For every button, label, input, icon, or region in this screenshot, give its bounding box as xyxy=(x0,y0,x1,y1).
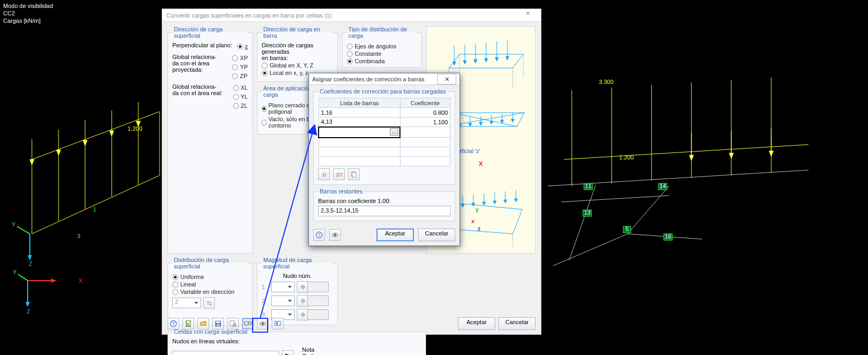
col-coef: Coeficiente xyxy=(400,98,450,108)
svg-rect-57 xyxy=(664,234,672,240)
svg-line-126 xyxy=(235,326,236,327)
pick-node-1-icon[interactable]: ✥ xyxy=(297,281,308,293)
tool-two-icon[interactable]: 23 xyxy=(333,168,345,180)
svg-text:11: 11 xyxy=(585,183,591,189)
radio-variable-dir[interactable]: Variable en dirección xyxy=(172,289,248,295)
xxx-icon[interactable]: X.XX xyxy=(242,318,254,329)
svg-rect-55 xyxy=(658,183,667,190)
pick-node-2-icon[interactable]: ✥ xyxy=(297,295,308,307)
tool-one-icon[interactable]: 1 xyxy=(318,168,330,180)
d2-cancelar-button[interactable]: Cancelar xyxy=(418,229,455,241)
group-tipo-dist: Tipo de distribución de carga Ejes de án… xyxy=(342,26,422,67)
table-row[interactable] xyxy=(319,138,450,147)
group-restantes: Barras restantes Barras con coeficiente … xyxy=(313,188,455,221)
aceptar-button[interactable]: Aceptar xyxy=(458,317,495,330)
label-nudo-num: Nudo núm. xyxy=(262,273,333,279)
help-icon[interactable]: ? xyxy=(168,318,179,329)
label-nota: Nota xyxy=(302,346,316,353)
radio-global-xyz[interactable]: Global en X, Y, Z xyxy=(262,62,333,69)
group-magnitud: Magnitud de carga superficial Nudo núm. … xyxy=(257,257,338,325)
tool-copy-icon[interactable] xyxy=(348,168,360,180)
svg-rect-59 xyxy=(623,226,631,233)
svg-point-142 xyxy=(334,234,336,236)
select-n2[interactable] xyxy=(271,295,295,306)
dialog2-header[interactable]: Asignar coeficientes de corrección a bar… xyxy=(309,73,460,85)
radio-combinada[interactable]: Combinada xyxy=(347,58,417,64)
viewport-line2: CC2 xyxy=(3,10,53,17)
svg-line-33 xyxy=(561,196,669,202)
input-nudos-virtuales[interactable] xyxy=(172,351,279,355)
cell-list-0[interactable]: 1,16 xyxy=(319,108,400,117)
radio-uniforme[interactable]: Uniforme xyxy=(172,274,248,280)
svg-marker-86 xyxy=(469,123,472,126)
svg-text:X: X xyxy=(79,277,83,284)
query-icon[interactable] xyxy=(227,318,239,329)
value-n2[interactable] xyxy=(307,295,329,306)
table-row[interactable]: 1,16 0.800 xyxy=(319,108,450,117)
svg-line-34 xyxy=(569,185,596,260)
svg-marker-99 xyxy=(461,204,464,207)
svg-text:3: 3 xyxy=(341,172,343,178)
legend-tipo-dist: Tipo de distribución de carga xyxy=(347,26,417,39)
svg-text:X.XX: X.XX xyxy=(244,320,252,326)
radio-constante[interactable]: Constante xyxy=(347,50,417,57)
svg-marker-107 xyxy=(504,200,507,203)
eye-icon[interactable] xyxy=(257,318,269,329)
cell-coef-edit[interactable] xyxy=(400,127,450,138)
flip-icon[interactable]: ⇆ xyxy=(203,297,215,309)
svg-marker-28 xyxy=(26,302,30,307)
d2-eye-icon[interactable] xyxy=(329,229,341,241)
value-n1[interactable] xyxy=(307,282,329,292)
select-n1[interactable] xyxy=(271,282,295,292)
svg-text:3.300: 3.300 xyxy=(599,79,614,85)
dialog-header[interactable]: Convertir cargas superficiales en cargas… xyxy=(162,9,541,22)
cell-coef-0[interactable]: 0.800 xyxy=(400,108,450,117)
label-glob-real-1: Global relaciona- xyxy=(172,83,222,90)
calc-icon[interactable]: 0.00 xyxy=(182,318,194,329)
svg-line-25 xyxy=(18,274,28,281)
table-row[interactable]: … xyxy=(319,127,450,138)
select-z[interactable]: Z xyxy=(172,298,201,308)
cell-list-1[interactable]: 4,13 xyxy=(319,117,400,127)
browse-icon[interactable]: … xyxy=(390,128,398,136)
svg-rect-124 xyxy=(230,321,235,326)
d2-aceptar-button[interactable]: Aceptar xyxy=(377,229,414,241)
svg-rect-123 xyxy=(216,324,219,326)
d2-help-icon[interactable]: ? xyxy=(313,229,325,241)
zone-icon[interactable] xyxy=(272,318,283,329)
svg-marker-73 xyxy=(506,56,509,60)
svg-marker-103 xyxy=(482,202,486,205)
svg-marker-46 xyxy=(729,153,733,158)
radio-ejes[interactable]: Ejes de ángulos xyxy=(347,43,417,49)
close-icon[interactable]: ✕ xyxy=(519,10,537,21)
svg-text:0.00: 0.00 xyxy=(185,321,192,327)
radio-yl[interactable]: YL xyxy=(233,94,248,100)
table-row[interactable] xyxy=(319,157,450,166)
table-row[interactable] xyxy=(319,147,450,157)
svg-marker-63 xyxy=(453,62,456,65)
radio-lineal[interactable]: Lineal xyxy=(172,281,248,288)
input-restantes[interactable]: 2,3,5-12,14,15 xyxy=(318,206,450,216)
label-glob-proj-3: proyectada: xyxy=(172,66,216,73)
svg-line-32 xyxy=(628,234,702,239)
save-icon[interactable] xyxy=(212,318,224,329)
label-row1: 1: xyxy=(262,284,269,290)
radio-yp[interactable]: YP xyxy=(232,64,248,70)
label-glob-proj-1: Global relaciona- xyxy=(172,54,216,60)
radio-zl[interactable]: ZL xyxy=(233,103,248,109)
table-row[interactable]: 4,13 1.100 xyxy=(319,117,450,127)
svg-marker-44 xyxy=(689,155,694,160)
pick-icon[interactable] xyxy=(282,350,294,355)
cell-list-edit[interactable]: … xyxy=(319,127,400,138)
radio-zp[interactable]: ZP xyxy=(232,73,248,79)
svg-rect-53 xyxy=(583,210,591,216)
cancelar-button[interactable]: Cancelar xyxy=(498,317,536,330)
cell-coef-1[interactable]: 1.100 xyxy=(400,117,450,127)
radio-xl[interactable]: XL xyxy=(233,84,248,91)
dialog2-close-icon[interactable]: ✕ xyxy=(437,74,456,84)
radio-xp[interactable]: XP xyxy=(232,55,248,61)
open-icon[interactable] xyxy=(197,318,209,329)
svg-line-35 xyxy=(628,186,669,234)
svg-text:13: 13 xyxy=(584,209,590,216)
radio-z[interactable]: z xyxy=(237,43,248,49)
